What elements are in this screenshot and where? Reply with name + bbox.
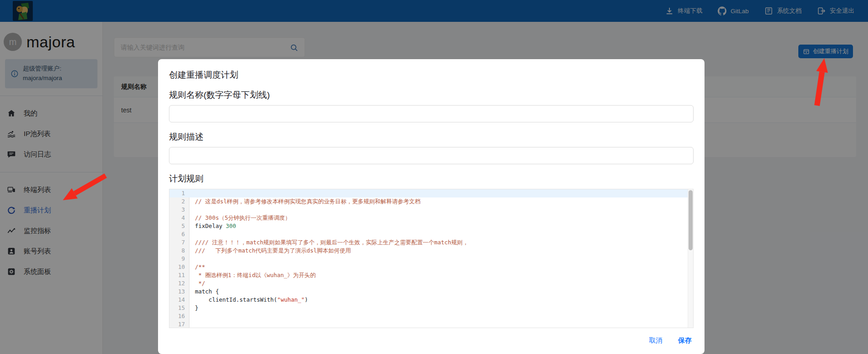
line-code xyxy=(189,230,195,238)
line-number: 10 xyxy=(169,263,189,271)
line-number: 4 xyxy=(169,214,189,222)
editor-line[interactable]: 14 clientId.startsWith("wuhan_") xyxy=(169,296,693,304)
line-number: 16 xyxy=(169,312,189,320)
line-number: 14 xyxy=(169,296,189,304)
line-number: 1 xyxy=(169,189,189,197)
editor-line[interactable]: 2// 这是dsl样例，请参考修改本样例实现您真实的业务目标，更多规则和解释请参… xyxy=(169,197,693,206)
line-code: //// 注意！！！，match规则如果填写了多个，则最后一个生效，实际上生产之… xyxy=(189,238,468,247)
line-number: 15 xyxy=(169,304,189,312)
rule-desc-label: 规则描述 xyxy=(169,131,694,143)
line-number: 17 xyxy=(169,320,189,328)
line-code: match { xyxy=(189,288,219,296)
editor-line[interactable]: 16 xyxy=(169,312,693,320)
line-number: 8 xyxy=(169,247,189,255)
rule-desc-input[interactable] xyxy=(169,147,694,164)
line-code xyxy=(189,320,195,328)
line-number: 5 xyxy=(169,222,189,230)
cancel-button[interactable]: 取消 xyxy=(649,336,663,345)
editor-line[interactable]: 17 xyxy=(169,320,693,328)
line-code xyxy=(189,255,195,263)
line-code: */ xyxy=(189,279,205,288)
line-number: 9 xyxy=(169,255,189,263)
editor-line[interactable]: 15} xyxy=(169,304,693,312)
editor-line[interactable]: 3 xyxy=(169,206,693,214)
line-code: /// 下列多个match代码主要是为了演示dsl脚本如何使用 xyxy=(189,247,351,255)
rule-name-input[interactable] xyxy=(169,105,694,122)
editor-scrollbar[interactable] xyxy=(688,189,693,328)
dsl-code-editor[interactable]: 12// 这是dsl样例，请参考修改本样例实现您真实的业务目标，更多规则和解释请… xyxy=(169,189,694,328)
line-number: 11 xyxy=(169,271,189,279)
modal-title: 创建重播调度计划 xyxy=(169,69,694,81)
line-number: 2 xyxy=(169,197,189,206)
editor-line[interactable]: 8/// 下列多个match代码主要是为了演示dsl脚本如何使用 xyxy=(169,247,693,255)
editor-line[interactable]: 7//// 注意！！！，match规则如果填写了多个，则最后一个生效，实际上生产… xyxy=(169,238,693,247)
editor-line[interactable]: 11 * 圈选样例1：终端id以《wuhan_》为开头的 xyxy=(169,271,693,279)
editor-line[interactable]: 6 xyxy=(169,230,693,238)
line-code: } xyxy=(189,304,199,312)
line-number: 6 xyxy=(169,230,189,238)
editor-line[interactable]: 9 xyxy=(169,255,693,263)
editor-line[interactable]: 10/** xyxy=(169,263,693,271)
line-code: * 圈选样例1：终端id以《wuhan_》为开头的 xyxy=(189,271,316,279)
create-replay-schedule-modal: 创建重播调度计划 规则名称(数字字母下划线) 规则描述 计划规则 12// 这是… xyxy=(158,59,705,354)
editor-scrollbar-thumb[interactable] xyxy=(689,190,693,250)
line-code: // 这是dsl样例，请参考修改本样例实现您真实的业务目标，更多规则和解释请参考… xyxy=(189,197,420,206)
line-number: 13 xyxy=(169,288,189,296)
line-number: 7 xyxy=(169,238,189,247)
editor-line[interactable]: 12 */ xyxy=(169,279,693,288)
editor-line[interactable]: 13match { xyxy=(169,288,693,296)
line-code xyxy=(189,206,195,214)
line-code xyxy=(189,189,195,197)
line-code: fixDelay 300 xyxy=(189,222,236,230)
editor-line[interactable]: 4// 300s（5分钟执行一次重播调度） xyxy=(169,214,693,222)
line-number: 12 xyxy=(169,279,189,288)
line-code xyxy=(189,312,195,320)
line-number: 3 xyxy=(169,206,189,214)
line-code: // 300s（5分钟执行一次重播调度） xyxy=(189,214,291,222)
editor-line[interactable]: 1 xyxy=(169,189,693,197)
line-code: clientId.startsWith("wuhan_") xyxy=(189,296,308,304)
line-code: /** xyxy=(189,263,205,271)
plan-rules-label: 计划规则 xyxy=(169,173,694,185)
rule-name-label: 规则名称(数字字母下划线) xyxy=(169,89,694,101)
editor-line[interactable]: 5fixDelay 300 xyxy=(169,222,693,230)
save-button[interactable]: 保存 xyxy=(678,336,692,345)
modal-footer: 取消 保存 xyxy=(169,332,694,348)
